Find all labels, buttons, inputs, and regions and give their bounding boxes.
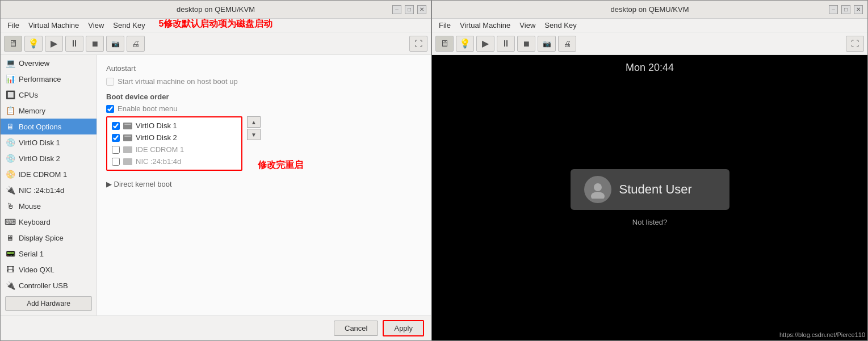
sidebar-label-virtio-disk-2: VirtIO Disk 2 (19, 154, 60, 163)
boot-checkbox-virtio-1[interactable] (112, 122, 120, 130)
memory-icon: 📋 (5, 106, 15, 116)
sidebar-item-keyboard[interactable]: ⌨ Keyboard (1, 214, 97, 230)
right-toolbar-stop-btn[interactable]: ⏹ (517, 36, 535, 52)
toolbar-migrate-btn[interactable]: 🖨 (127, 36, 145, 52)
right-close-button[interactable]: ✕ (854, 5, 863, 14)
minimize-button[interactable]: – (392, 5, 401, 14)
cancel-button[interactable]: Cancel (334, 321, 378, 336)
right-menu-file[interactable]: File (434, 20, 455, 31)
right-menu-virtual-machine[interactable]: Virtual Machine (455, 20, 515, 31)
right-menu-view[interactable]: View (515, 20, 540, 31)
menu-file[interactable]: File (3, 20, 24, 31)
sidebar-item-mouse[interactable]: 🖱 Mouse (1, 198, 97, 214)
detail-panel: Autostart Start virtual machine on host … (97, 55, 431, 315)
sidebar-label-controller-usb: Controller USB (19, 281, 68, 290)
right-menu-bar: File Virtual Machine View Send Key (432, 19, 867, 32)
sidebar-item-ide-cdrom[interactable]: 📀 IDE CDROM 1 (1, 166, 97, 182)
apply-button[interactable]: Apply (383, 320, 424, 336)
right-toolbar-fullscreen-btn[interactable]: ⛶ (846, 36, 864, 52)
mouse-icon: 🖱 (5, 201, 15, 211)
svg-point-1 (591, 192, 605, 199)
pause-icon: ⏸ (70, 39, 79, 49)
right-migrate-icon: 🖨 (563, 39, 571, 48)
right-toolbar-play-btn[interactable]: ▶ (476, 36, 494, 52)
sidebar-label-overview: Overview (19, 59, 49, 68)
ide-cdrom-icon: 📀 (5, 169, 15, 179)
sidebar-item-nic[interactable]: 🔌 NIC :24:b1:4d (1, 182, 97, 198)
sidebar-item-video-qxl[interactable]: 🎞 Video QXL (1, 262, 97, 277)
sidebar-label-memory: Memory (19, 107, 45, 115)
sidebar-label-virtio-disk-1: VirtIO Disk 1 (19, 138, 60, 147)
cdrom-icon (123, 146, 132, 153)
toolbar-stop-btn[interactable]: ⏹ (86, 36, 104, 52)
right-maximize-button[interactable]: □ (841, 5, 850, 14)
right-toolbar-info-btn[interactable]: 💡 (456, 36, 474, 52)
sidebar-item-performance[interactable]: 📊 Performance (1, 71, 97, 87)
toolbar-monitor-btn[interactable]: 🖥 (4, 36, 22, 52)
toolbar-snapshot-btn[interactable]: 📷 (106, 36, 124, 52)
right-snapshot-icon: 📷 (543, 40, 551, 48)
sidebar-item-controller-usb[interactable]: 🔌 Controller USB (1, 277, 97, 292)
autostart-check-label: Start virtual machine on host boot up (118, 77, 238, 86)
close-button[interactable]: ✕ (417, 5, 426, 14)
right-monitor-icon: 🖥 (440, 39, 449, 49)
sidebar-label-mouse: Mouse (19, 202, 41, 211)
sidebar-item-boot-options[interactable]: 🖥 Boot Options (1, 119, 97, 134)
nic-boot-icon (123, 158, 132, 165)
cpu-icon: 🔲 (5, 90, 15, 100)
vm-screen[interactable]: Mon 20:44 Student User Not listed? https… (432, 55, 867, 340)
play-icon: ▶ (51, 38, 57, 49)
sidebar-item-memory[interactable]: 📋 Memory (1, 103, 97, 119)
login-box: Student User (571, 169, 729, 210)
not-listed-link[interactable]: Not listed? (632, 218, 667, 226)
boot-label-virtio-disk-2: VirtIO Disk 2 (136, 133, 177, 142)
right-toolbar-migrate-btn[interactable]: 🖨 (558, 36, 576, 52)
sidebar-list: 💻 Overview 📊 Performance 🔲 CPUs 📋 (1, 55, 97, 292)
right-toolbar-pause-btn[interactable]: ⏸ (497, 36, 515, 52)
right-info-icon: 💡 (459, 38, 471, 49)
enable-boot-menu-checkbox[interactable] (106, 105, 114, 113)
right-toolbar-monitor-btn[interactable]: 🖥 (435, 36, 454, 52)
right-toolbar: 🖥 💡 ▶ ⏸ ⏹ 📷 🖨 ⛶ (432, 32, 867, 55)
right-window-title: desktop on QEMU/KVM (471, 5, 829, 14)
sidebar-item-virtio-disk-1[interactable]: 💿 VirtIO Disk 1 (1, 134, 97, 150)
sidebar-label-keyboard: Keyboard (19, 218, 51, 226)
boot-down-button[interactable]: ▼ (247, 129, 261, 140)
autostart-checkbox[interactable] (106, 78, 114, 86)
bottom-bar: Cancel Apply (1, 315, 431, 340)
right-minimize-button[interactable]: – (829, 5, 838, 14)
toolbar-info-btn[interactable]: 💡 (24, 36, 43, 52)
sidebar-item-cpus[interactable]: 🔲 CPUs (1, 87, 97, 103)
boot-item-ide-cdrom: IDE CDROM 1 (110, 144, 239, 155)
toolbar-pause-btn[interactable]: ⏸ (65, 36, 83, 52)
menu-send-key[interactable]: Send Key (108, 20, 149, 31)
boot-checkbox-nic[interactable] (112, 158, 120, 166)
sidebar-label-serial: Serial 1 (19, 250, 44, 258)
sidebar-item-virtio-disk-2[interactable]: 💿 VirtIO Disk 2 (1, 150, 97, 166)
add-hardware-button[interactable]: Add Hardware (5, 296, 92, 311)
sidebar-item-serial[interactable]: 📟 Serial 1 (1, 246, 97, 262)
boot-checkbox-ide-cdrom[interactable] (112, 146, 120, 154)
toolbar-play-btn[interactable]: ▶ (45, 36, 63, 52)
sidebar-label-boot-options: Boot Options (19, 123, 61, 131)
boot-checkbox-virtio-2[interactable] (112, 134, 120, 142)
left-title-bar: desktop on QEMU/KVM – □ ✕ (1, 1, 431, 19)
menu-virtual-machine[interactable]: Virtual Machine (24, 20, 83, 31)
sidebar-item-display-spice[interactable]: 🖥 Display Spice (1, 230, 97, 246)
boot-arrows: ▲ ▼ (247, 116, 261, 140)
right-toolbar-snapshot-btn[interactable]: 📷 (538, 36, 556, 52)
csdn-url: https://blog.csdn.net/Pierce110 (779, 331, 865, 338)
controller-usb-icon: 🔌 (5, 280, 15, 291)
boot-label-nic: NIC :24:b1:4d (136, 157, 181, 166)
menu-view[interactable]: View (83, 20, 108, 31)
direct-kernel-toggle[interactable]: ▶ Direct kernel boot (106, 180, 422, 188)
user-name: Student User (619, 182, 692, 197)
maximize-button[interactable]: □ (405, 5, 414, 14)
toolbar-fullscreen-btn[interactable]: ⛶ (409, 36, 427, 52)
boot-icon: 🖥 (5, 121, 15, 132)
right-menu-send-key[interactable]: Send Key (540, 20, 581, 31)
boot-up-button[interactable]: ▲ (247, 116, 261, 128)
right-play-icon: ▶ (482, 38, 489, 49)
sidebar-item-overview[interactable]: 💻 Overview (1, 55, 97, 71)
svg-point-0 (594, 183, 602, 191)
